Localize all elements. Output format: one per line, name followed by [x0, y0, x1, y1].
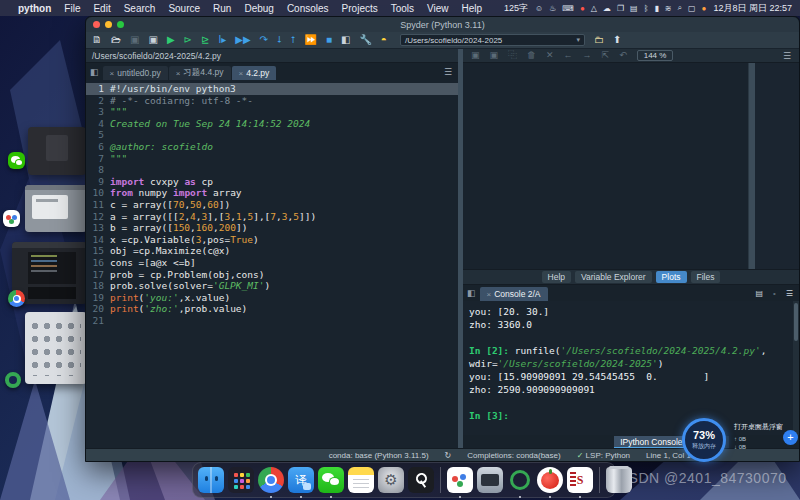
pane-tab-help[interactable]: Help [542, 271, 571, 283]
stop-icon[interactable]: ■ [326, 35, 332, 45]
browse-directory-icon[interactable]: 🗀 [594, 35, 604, 45]
mic-icon[interactable]: ♨ [549, 4, 556, 13]
copy-plot-icon[interactable]: ⿻ [508, 51, 517, 60]
conda-env-status[interactable]: conda: base (Python 3.11.5) [329, 451, 429, 460]
cloud-sync-app-icon[interactable] [447, 467, 473, 493]
menu-item-search[interactable]: Search [124, 3, 156, 14]
working-directory-select[interactable]: /Users/scofieldo/2024-2025 ▾ [400, 34, 585, 46]
menu-item-consoles[interactable]: Consoles [287, 3, 329, 14]
stage-thumb-grid-window[interactable] [25, 312, 87, 384]
red-fruit-app-icon[interactable] [537, 467, 563, 493]
code-line[interactable]: 8 [86, 164, 458, 176]
parent-directory-icon[interactable]: ⬆ [613, 35, 621, 45]
add-widget-button[interactable]: + [783, 430, 798, 445]
code-line[interactable]: 14x =cp.Variable(3,pos=True) [86, 234, 458, 246]
stage-thumb-dialog-window[interactable] [25, 185, 87, 232]
battery-icon[interactable]: ▮ [654, 4, 658, 13]
code-line[interactable]: 20print('zho:',prob.value) [86, 303, 458, 315]
emoji-icon[interactable]: ☺ [535, 4, 543, 13]
chrome-icon[interactable] [258, 467, 284, 493]
run-cell-advance-icon[interactable]: ⊵ [201, 35, 209, 45]
code-line[interactable]: 15obj =cp.Maximize(c@x) [86, 245, 458, 257]
python-env-icon[interactable]: ◓ [381, 35, 387, 45]
translate-icon[interactable]: 译 [288, 467, 314, 493]
search-icon[interactable]: ⌕ [678, 3, 682, 13]
code-line[interactable]: 9import cvxpy as cp [86, 176, 458, 188]
menu-item-edit[interactable]: Edit [93, 3, 110, 14]
save-icon[interactable]: ▣ [130, 35, 139, 45]
menu-clock[interactable]: 12月8日 周日 22:57 [713, 2, 792, 15]
save-plot-icon[interactable]: ▣ [471, 51, 480, 60]
memory-usage-button[interactable]: 73% 释放内存 [682, 418, 726, 462]
code-line[interactable]: 4Created on Tue Sep 24 14:14:52 2024 [86, 118, 458, 130]
code-line[interactable]: 10from numpy import array [86, 187, 458, 199]
menu-item-projects[interactable]: Projects [342, 3, 378, 14]
stage-thumb-wechat-window[interactable] [28, 127, 86, 175]
input-method-indicator[interactable]: 125字 [504, 2, 528, 15]
menu-item-source[interactable]: Source [168, 3, 200, 14]
console-scrollbar[interactable] [793, 301, 799, 435]
code-line[interactable]: 12a = array([[2,4,3],[3,1,5],[7,3,5]]) [86, 211, 458, 223]
keychain-icon[interactable] [408, 467, 434, 493]
green-ring-app-icon[interactable] [507, 467, 533, 493]
lsp-status[interactable]: LSP: Python [586, 451, 630, 460]
close-icon[interactable]: × [487, 290, 492, 299]
close-plots-icon[interactable]: ✕ [546, 51, 554, 60]
run-selection-icon[interactable]: I▸ [218, 35, 226, 45]
run-cell-icon[interactable]: ⊳ [184, 35, 192, 45]
plots-zoom-level[interactable]: 144 % [637, 50, 674, 61]
finder-icon[interactable] [198, 467, 224, 493]
status-dot-icon[interactable]: • [773, 289, 776, 298]
code-line[interactable]: 11c = array([70,50,60]) [86, 199, 458, 211]
plots-options-menu-icon[interactable]: ☰ [783, 51, 791, 61]
code-line[interactable]: 18prob.solve(solver='GLPK_MI') [86, 280, 458, 292]
media-player-app-icon[interactable] [477, 467, 503, 493]
code-line[interactable]: 5 [86, 129, 458, 141]
wifi-icon[interactable]: ≋ [665, 4, 672, 13]
menu-app-name[interactable]: python [18, 3, 51, 14]
plots-thumbnail-list[interactable] [755, 63, 799, 269]
scrollbar-thumb[interactable] [794, 303, 798, 341]
keyboard-icon[interactable]: ⌨ [562, 4, 574, 13]
console-tab[interactable]: × Console 2/A [480, 287, 548, 301]
menu-item-help[interactable]: Help [462, 3, 483, 14]
code-editor[interactable]: 1#!/usr/bin/env python32# -*- codiarng: … [86, 80, 458, 448]
close-icon[interactable]: × [176, 69, 181, 78]
code-line[interactable]: 2# -*- codiarng: utf-8 -*- [86, 95, 458, 107]
menu-item-file[interactable]: File [64, 3, 80, 14]
cloud-icon[interactable]: ☁ [603, 4, 611, 13]
editor-tab-untitled0.py[interactable]: ×untitled0.py [103, 66, 168, 80]
launchpad-icon[interactable] [228, 467, 254, 493]
step-over-icon[interactable]: ↷ [260, 35, 268, 45]
inspect-icon[interactable]: ▤ [755, 289, 763, 298]
close-icon[interactable]: × [239, 69, 244, 78]
step-into-icon[interactable]: ⭣ [277, 35, 282, 45]
code-line[interactable]: 17prob = cp.Problem(obj,cons) [86, 269, 458, 281]
ipython-console-output[interactable]: you: [20. 30.]zho: 3360.0In [2]: runfile… [463, 301, 799, 435]
code-line[interactable]: 1#!/usr/bin/env python3 [86, 83, 458, 95]
menu-item-view[interactable]: View [427, 3, 449, 14]
code-line[interactable]: 7""" [86, 153, 458, 165]
new-file-icon[interactable]: 🗎 [92, 35, 102, 45]
code-line[interactable]: 16cons =[a@x <=b] [86, 257, 458, 269]
code-line[interactable]: 3""" [86, 106, 458, 118]
record-icon[interactable]: ● [580, 4, 585, 13]
code-line[interactable]: 21 [86, 315, 458, 327]
wechat-icon[interactable] [318, 467, 344, 493]
menu-item-run[interactable]: Run [213, 3, 231, 14]
display-icon[interactable]: ▢ [688, 4, 696, 13]
previous-plot-icon[interactable]: ← [564, 51, 573, 60]
code-line[interactable]: 19print('you:',x.value) [86, 292, 458, 304]
split-editor-icon[interactable]: ◧ [90, 67, 99, 77]
windows-icon[interactable]: ❐ [617, 4, 624, 13]
ks-app-icon[interactable]: S [567, 467, 593, 493]
code-line[interactable]: 13b = array([150,160,200]) [86, 222, 458, 234]
code-line[interactable]: 6@author: scofieldo [86, 141, 458, 153]
debug-icon[interactable]: ▶▶ [235, 35, 250, 45]
save-all-icon[interactable]: ▣ [148, 35, 157, 45]
notes-icon[interactable] [348, 467, 374, 493]
undo-zoom-icon[interactable]: ↶ [619, 51, 627, 60]
pane-tab-variable-explorer[interactable]: Variable Explorer [575, 271, 652, 283]
split-console-icon[interactable]: ◧ [467, 288, 476, 298]
switch-icon[interactable]: ▤ [630, 4, 638, 13]
